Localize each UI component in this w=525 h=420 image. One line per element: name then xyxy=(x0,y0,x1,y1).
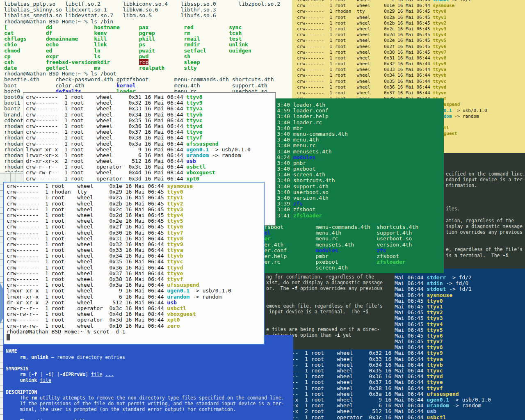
highlighted-text: sysmouse xyxy=(433,3,454,8)
terminal-line: crw------- 1 root wheel 0x31 16 Mai 06:4… xyxy=(297,55,525,61)
highlighted-text: realpath xyxy=(139,65,165,71)
terminal-line: DESCRIPTION xyxy=(6,389,293,395)
highlighted-text: expr xyxy=(46,53,59,59)
highlighted-text: ttyva xyxy=(167,247,183,253)
highlighted-text: ttyvc xyxy=(433,79,446,84)
highlighted-text: -f xyxy=(31,372,37,377)
terminal-line: e, regardless of the file's xyxy=(446,247,525,252)
highlighted-text: ttyv4 xyxy=(167,212,183,218)
highlighted-text: urandom xyxy=(167,294,189,300)
highlighted-text: ttyv9 xyxy=(186,100,202,106)
terminal-line: chmod ed ln pwait setfacl uuidgen xyxy=(4,48,292,54)
highlighted-text: hostname xyxy=(94,24,120,30)
highlighted-text: ttyvb xyxy=(433,73,446,78)
highlighted-text: ttyva xyxy=(433,67,446,72)
highlighted-text: stdout xyxy=(427,286,446,292)
terminal-content: RM(1) FreeBSD General Commands Manual RM… xyxy=(6,337,293,420)
terminal-line: cp expr ls pwd sh xyxy=(4,54,292,59)
highlighted-text: ttyvd xyxy=(427,373,443,379)
highlighted-text: ttyv3 xyxy=(427,315,443,321)
highlighted-text: rmail xyxy=(184,36,200,42)
terminal-line: csh freebsd-versionmkdir rcp sleep xyxy=(4,59,292,65)
terminal-line: rm, unlink — remove directory entries xyxy=(6,354,293,360)
highlighted-text: ugen0.1 xyxy=(427,397,449,403)
man-fragment-right-terminal-window[interactable]: ecified on the command line.ndard input … xyxy=(444,153,525,269)
highlighted-text: link xyxy=(94,41,107,48)
highlighted-text: ttyvc xyxy=(427,368,443,374)
highlighted-text: ttyv9 xyxy=(167,241,183,247)
terminal-line: crw------- 1 root wheel 0x1e 16 Mai 06:4… xyxy=(297,3,525,9)
highlighted-text: ttyv6 xyxy=(427,333,443,339)
highlighted-text: rm xyxy=(184,30,190,36)
highlighted-text: mkdir xyxy=(94,59,110,65)
highlighted-text: ugen0.1 xyxy=(186,146,209,153)
highlighted-text: ttyva xyxy=(186,105,202,112)
highlighted-text: rm xyxy=(20,372,26,377)
terminal-line: crw------- 1 root wheel 0x32 16 Mai 06:4… xyxy=(7,242,264,247)
highlighted-text: ttyve xyxy=(186,129,202,135)
terminal-content: crw------- 1 root wheel 0x1e 16 Mai 06:4… xyxy=(7,183,264,340)
highlighted-text: modules xyxy=(316,247,338,253)
highlighted-text: ttyvd xyxy=(433,84,446,90)
highlighted-text: ttyv6 xyxy=(433,44,446,49)
terminal-line xyxy=(446,194,525,200)
highlighted-text: ttyvd xyxy=(167,265,183,271)
terminal-line: lrwxr-xr-x 1 root wheel 9 16 Mai 06:44 u… xyxy=(7,288,264,294)
terminal-line: lrwxr-xr-x 1 root wheel 9 16 Mai 06:44 u… xyxy=(266,397,525,403)
terminal-line: libalias_smedia.so libdevstat.so.7 libm.… xyxy=(4,13,292,18)
highlighted-text: zfsloader xyxy=(377,259,405,265)
highlighted-text: vboxguest xyxy=(167,311,196,317)
highlighted-text: ttyv1 xyxy=(427,304,443,310)
terminal-line: crw------- 1 root wheel 0x33 16 Mai 06:4… xyxy=(26,106,275,112)
terminal-line: crw------- 1 root wheel 0x30 16 Mai 06:4… xyxy=(297,50,525,55)
highlighted-text: ttyv8 xyxy=(427,344,443,350)
highlighted-text: pwd xyxy=(139,53,148,59)
highlighted-text: sysmouse xyxy=(427,292,452,298)
highlighted-text: kenv xyxy=(94,30,107,36)
terminal-line xyxy=(446,189,525,194)
terminal-line: SYNOPSIS xyxy=(6,366,293,372)
highlighted-text: stty xyxy=(184,65,196,71)
highlighted-text: uuidgen xyxy=(229,48,251,54)
terminal-line: date getfacl mv realpath stty xyxy=(4,65,292,71)
terminal-line xyxy=(266,315,395,320)
highlighted-text: DESCRIPTION xyxy=(6,389,37,395)
highlighted-text: ufssuspend xyxy=(427,391,459,397)
highlighted-text: ttyv5 xyxy=(167,218,183,224)
highlighted-text: kill xyxy=(94,36,107,42)
terminal-line: crw------- 1 root wheel 0x38 16 Mai 06:4… xyxy=(266,386,525,391)
terminal-line: crw------- 1 root wheel 0x34 16 Mai 06:4… xyxy=(7,253,264,259)
terminal-line: crw------- 1 rhodan tty 0x29 16 Mai 06:4… xyxy=(7,189,264,195)
man-rm-window-window[interactable]: RM(1) FreeBSD General Commands Manual RM… xyxy=(3,335,293,420)
highlighted-text: chmod xyxy=(4,48,20,54)
terminal-line: crw------- 1 root wheel 0x36 16 Mai 06:4… xyxy=(297,84,525,90)
highlighted-text: usbctl xyxy=(427,414,446,420)
highlighted-text: red xyxy=(184,24,193,30)
highlighted-text: ttyvb xyxy=(167,253,183,259)
terminal-line: crw------- 1 root wheel 0x37 16 Mai 06:4… xyxy=(266,379,525,385)
highlighted-text: ln xyxy=(94,48,100,54)
highlighted-text: ttyv4 xyxy=(427,321,443,327)
highlighted-text: ttyv9 xyxy=(427,350,443,356)
terminal-line: crw------- 1 root wheel 0x2e 16 Mai 06:4… xyxy=(297,38,525,43)
highlighted-text: zfsloader xyxy=(293,212,322,219)
terminal-line: crw------- 1 root wheel 0x35 16 Mai 06:4… xyxy=(26,118,275,123)
terminal-line: crw------- 1 root operator 0x3d 16 Mai 0… xyxy=(26,176,275,182)
terminal-line: ation, regardless of the xyxy=(446,218,525,224)
highlighted-text: zfs xyxy=(377,247,386,253)
terminal-line: crw------- 1 root wheel 0x2a 16 Mai 06:4… xyxy=(7,195,264,201)
highlighted-text: ufssuspend xyxy=(167,282,199,288)
highlighted-text: usbctl xyxy=(167,305,186,311)
highlighted-text: rm xyxy=(31,395,37,401)
highlighted-text: -i xyxy=(334,332,340,338)
foreground-terminal-window[interactable]: crw------- 1 root wheel 0x1e 16 Mai 06:4… xyxy=(3,182,265,345)
terminal-line: crw-r--r-- 1 root operator 0x3c 16 Mai 0… xyxy=(7,306,264,311)
highlighted-text: modules xyxy=(293,154,316,160)
highlighted-text: unlink xyxy=(31,354,48,360)
highlighted-text: zero xyxy=(167,323,180,329)
highlighted-text: stdin xyxy=(427,280,443,286)
terminal-line: crw------- 1 root wheel 0x33 16 Mai 06:4… xyxy=(297,67,525,73)
terminal-line: tion overrides any previous xyxy=(446,229,525,235)
terminal-line: dr-xr-xr-x 2 root wheel 512 16 Mai 06:44… xyxy=(26,158,275,164)
highlighted-text: ttyv5 xyxy=(433,38,446,43)
